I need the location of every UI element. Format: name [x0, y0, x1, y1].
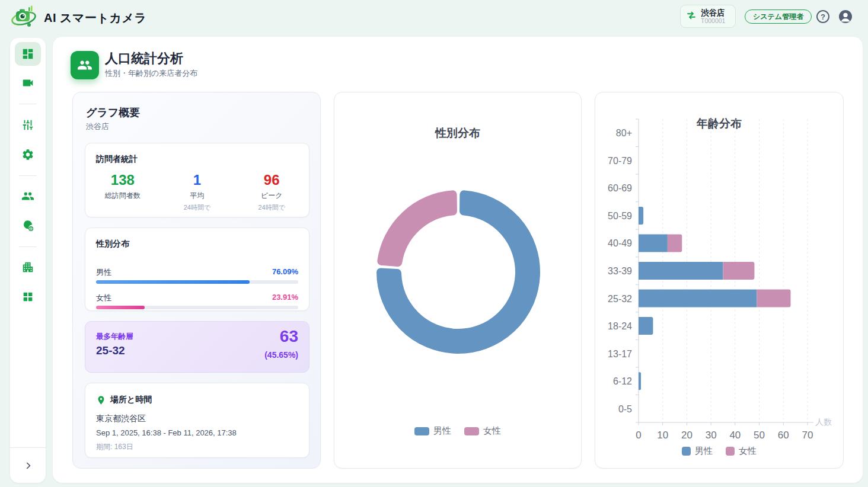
store-code: T000001	[701, 17, 725, 24]
sidebar-divider	[19, 104, 37, 104]
overview-store: 渋谷店	[86, 121, 109, 132]
stat-total-value: 138	[85, 172, 160, 189]
visitor-stats-card: 訪問者統計 138 総訪問者数 1 平均 24時間で 96 ピーク 24時間で	[85, 143, 309, 217]
legend-item[interactable]: 男性	[414, 425, 451, 437]
age-chart-card: 年齢分布 01020304050607080+70-7960-6950-5940…	[595, 92, 844, 469]
svg-text:10: 10	[657, 430, 668, 441]
location-place: 東京都渋谷区	[96, 414, 146, 424]
swap-arrows-icon	[686, 10, 697, 23]
sidebar-divider	[19, 175, 37, 176]
gender-donut-chart[interactable]	[334, 92, 582, 469]
grid-icon	[21, 290, 34, 303]
question-mark-icon: ?	[821, 12, 825, 21]
svg-text:20: 20	[681, 430, 693, 441]
svg-text:人数: 人数	[815, 417, 832, 427]
gender-card-title: 性別分布	[96, 239, 129, 249]
page-title: 人口統計分析	[105, 50, 183, 68]
top-age-range: 25-32	[96, 344, 125, 357]
visitor-stats-title: 訪問者統計	[96, 154, 138, 165]
sidebar-footer	[10, 447, 46, 483]
sidebar-item-layouts[interactable]	[15, 285, 41, 309]
svg-text:40-49: 40-49	[608, 238, 632, 248]
svg-text:0-5: 0-5	[618, 404, 632, 414]
store-name: 渋谷店	[701, 8, 725, 18]
video-camera-icon	[21, 76, 34, 89]
svg-text:6-12: 6-12	[613, 376, 632, 386]
stat-average-label: 平均	[160, 191, 235, 201]
svg-text:25-32: 25-32	[608, 294, 632, 304]
svg-text:0: 0	[636, 430, 641, 441]
dashboard-icon	[21, 47, 34, 60]
svg-text:33-39: 33-39	[608, 266, 632, 276]
svg-text:70-79: 70-79	[608, 156, 632, 166]
stat-average: 1 平均 24時間で	[160, 172, 235, 212]
legend-item[interactable]: 女性	[464, 425, 501, 437]
app-header: AI スマートカメラ 渋谷店 T000001 システム管理者 ?	[0, 0, 868, 33]
svg-text:70: 70	[802, 430, 813, 441]
sidebar-item-face-recognition[interactable]	[15, 214, 41, 238]
gear-icon	[21, 148, 34, 161]
svg-text:18-24: 18-24	[608, 321, 632, 331]
legend-label: 女性	[483, 425, 501, 437]
gender-chart-card: 性別分布 男性女性	[334, 92, 582, 469]
main-panel: 人口統計分析 性別・年齢別の来店者分布 グラフ概要 渋谷店 訪問者統計 138 …	[53, 37, 863, 483]
female-percentage: 23.91%	[272, 293, 298, 303]
legend-label: 女性	[739, 446, 757, 457]
stat-peak-label: ピーク	[234, 191, 309, 201]
male-progress-fill	[96, 280, 250, 284]
top-age-count: 63	[280, 327, 298, 346]
gender-chart-legend: 男性女性	[334, 425, 581, 437]
legend-marker	[726, 447, 735, 456]
legend-marker	[414, 427, 429, 435]
stat-total-label: 総訪問者数	[85, 191, 160, 201]
sidebar	[10, 38, 46, 483]
store-switcher-button[interactable]: 渋谷店 T000001	[680, 5, 736, 28]
help-button[interactable]: ?	[815, 9, 831, 24]
legend-label: 男性	[695, 446, 713, 457]
demographics-icon	[71, 51, 99, 79]
legend-label: 男性	[433, 425, 451, 437]
top-age-group-card: 最多年齢層 25-32 63 (45.65%)	[85, 321, 309, 373]
svg-text:40: 40	[729, 430, 741, 441]
sidebar-collapse-button[interactable]	[18, 456, 38, 476]
age-bar-chart[interactable]: 01020304050607080+70-7960-6950-5940-4933…	[595, 92, 844, 469]
legend-marker	[682, 447, 691, 456]
age-chart-legend: 男性女性	[595, 446, 843, 457]
female-label: 女性	[96, 293, 111, 303]
gender-distribution-card: 性別分布 男性 76.09% 女性 23.91%	[85, 228, 309, 311]
sidebar-item-visitors[interactable]	[15, 184, 41, 208]
sidebar-item-settings[interactable]	[15, 143, 41, 166]
location-duration: 期間: 163日	[96, 442, 133, 452]
sidebar-divider	[19, 246, 37, 247]
face-id-icon	[21, 219, 34, 232]
sidebar-item-stores[interactable]	[15, 255, 41, 279]
avatar-icon	[838, 9, 853, 24]
top-age-percentage: (45.65%)	[264, 350, 298, 360]
female-progress-track	[96, 306, 298, 309]
legend-item[interactable]: 男性	[682, 446, 713, 457]
stat-average-sub: 24時間で	[160, 203, 235, 212]
svg-text:30: 30	[706, 430, 717, 441]
svg-text:50-59: 50-59	[608, 211, 632, 221]
map-pin-icon	[96, 395, 106, 405]
male-percentage: 76.09%	[272, 267, 298, 278]
legend-item[interactable]: 女性	[726, 446, 757, 457]
stat-peak-value: 96	[234, 172, 309, 189]
sidebar-item-cameras[interactable]	[15, 71, 41, 95]
building-icon	[21, 261, 34, 274]
female-progress-fill	[96, 306, 145, 309]
sliders-icon	[21, 118, 34, 132]
svg-text:60-69: 60-69	[608, 183, 632, 193]
app-logo	[11, 4, 37, 32]
svg-text:80+: 80+	[616, 128, 632, 138]
svg-text:60: 60	[778, 430, 789, 441]
avatar-button[interactable]	[838, 9, 853, 24]
legend-marker	[464, 427, 479, 435]
location-time-card: 場所と時間 東京都渋谷区 Sep 1, 2025, 16:38 - Feb 11…	[85, 383, 309, 458]
stat-average-value: 1	[160, 172, 235, 189]
male-label: 男性	[96, 267, 111, 278]
page-subtitle: 性別・年齢別の来店者分布	[105, 68, 197, 79]
sidebar-item-dashboard[interactable]	[15, 42, 41, 66]
overview-title: グラフ概要	[86, 105, 140, 120]
sidebar-item-controls[interactable]	[15, 113, 41, 137]
